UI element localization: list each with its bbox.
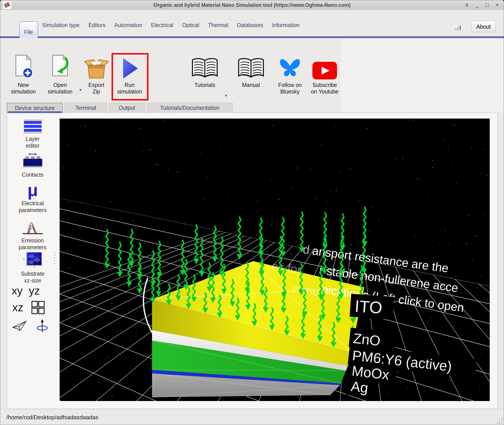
current-path: /home/rod/Desktop/adfsadasdaadas	[6, 414, 98, 421]
butterfly-icon	[279, 58, 301, 80]
paper-plane-icon[interactable]	[12, 320, 27, 332]
menu-tab-automation[interactable]: Automation	[114, 22, 142, 28]
close-button[interactable]: ×	[494, 1, 501, 9]
tab-device-structure[interactable]: Device structure	[7, 103, 63, 113]
signal-bars-icon	[455, 24, 462, 32]
app-window: Organic and hybrid Material Nano Simulat…	[0, 0, 504, 425]
rotate-icon[interactable]	[36, 319, 48, 333]
title-bar[interactable]: Organic and hybrid Material Nano Simulat…	[0, 0, 504, 10]
menu-tab-thermal[interactable]: Thermal	[208, 22, 228, 28]
device-3d-view[interactable]: d ansport resistance are the es for r st…	[60, 119, 490, 401]
youtube-button[interactable]: Subscribe on Youtube	[307, 53, 342, 100]
menu-tab-information[interactable]: Information	[272, 22, 300, 28]
tutorials-label: Tutorials	[194, 82, 215, 88]
emission-parameters-label: Emission parameters	[19, 237, 46, 251]
layers-icon	[23, 120, 43, 133]
shade-button[interactable]: ∧	[463, 1, 470, 9]
export-zip-label: Export Zip	[88, 82, 104, 95]
open-simulation-button[interactable]: Open simulation	[44, 53, 77, 100]
splitter-handle[interactable]	[54, 252, 55, 264]
new-simulation-button[interactable]: New simulation	[7, 53, 40, 100]
bluesky-label: Follow on Bluesky	[278, 82, 302, 95]
bluesky-button[interactable]: Follow on Bluesky	[272, 53, 308, 100]
about-button[interactable]: About	[471, 21, 496, 32]
active-tab-underline	[8, 111, 62, 113]
toolbar: New simulation Open simulation ▾	[0, 42, 504, 101]
manual-button[interactable]: Manual	[234, 53, 267, 100]
sidebar-item-layer-editor[interactable]: Layer editor	[9, 120, 56, 149]
tutorials-dropdown-caret[interactable]: ▾	[225, 93, 227, 98]
label-ag: Ag	[350, 378, 369, 396]
tab-output[interactable]: Output	[109, 103, 145, 113]
substrate-icon: x z	[22, 251, 43, 268]
book-icon	[191, 57, 219, 80]
maximize-button[interactable]: □	[484, 1, 491, 9]
sidebar-item-electrical-parameters[interactable]: μ Electrical parameters	[9, 182, 56, 214]
menu-tab-editors[interactable]: Editors	[88, 22, 106, 28]
new-document-icon	[12, 54, 35, 80]
view-xz-button[interactable]: xz	[12, 301, 23, 314]
menu-tab-electrical[interactable]: Electrical	[151, 22, 173, 28]
menu-tab-optical[interactable]: Optical	[182, 22, 199, 28]
contacts-icon	[21, 153, 44, 169]
menu-accent-bar	[0, 36, 504, 38]
sidebar-item-contacts[interactable]: Contacts	[9, 153, 56, 178]
tab-tutorials-documentation-label: Tutorials/Documentation	[160, 105, 219, 111]
menu-tab-simulation-type[interactable]: Simulation type	[42, 22, 80, 28]
mu-icon: μ	[27, 182, 38, 198]
menu-bar: File Simulation type Editors Automation …	[0, 10, 504, 39]
substrate-xz-size-label: Substrate xz-size	[21, 270, 44, 284]
layer-editor-label: Layer editor	[26, 135, 40, 149]
svg-text:x: x	[23, 257, 25, 261]
contacts-label: Contacts	[22, 171, 44, 178]
run-highlight-frame	[112, 53, 148, 100]
export-zip-button[interactable]: Export Zip	[80, 53, 113, 100]
youtube-icon	[312, 61, 338, 80]
electrical-parameters-label: Electrical parameters	[19, 200, 46, 214]
view-xy-button[interactable]: xy	[12, 285, 23, 297]
view-yz-button[interactable]: yz	[29, 285, 40, 297]
youtube-label: Subscribe on Youtube	[311, 82, 338, 95]
window-title: Organic and hybrid Material Nano Simulat…	[0, 2, 504, 8]
tab-output-label: Output	[119, 105, 135, 111]
tab-device-structure-label: Device structure	[15, 105, 55, 111]
ribbon: File Simulation type Editors Automation …	[0, 10, 504, 102]
manual-label: Manual	[242, 82, 260, 88]
status-bar: /home/rod/Desktop/adfsadasdaadas	[0, 409, 504, 425]
open-simulation-label: Open simulation	[48, 82, 73, 95]
open-document-icon	[49, 54, 72, 80]
menu-tab-file[interactable]: File	[19, 21, 38, 38]
tutorials-button[interactable]: Tutorials	[188, 53, 221, 100]
tab-terminal-label: Terminal	[75, 105, 96, 111]
minimize-button[interactable]: _	[473, 1, 480, 9]
new-simulation-label: New simulation	[11, 82, 36, 95]
export-box-icon	[84, 57, 109, 80]
view-tab-bar: Device structure Terminal Output Tutoria…	[7, 102, 233, 113]
sidebar-item-substrate-xz-size[interactable]: x z Substrate xz-size	[9, 251, 56, 284]
tab-tutorials-documentation[interactable]: Tutorials/Documentation	[147, 103, 233, 113]
book-icon	[237, 57, 265, 80]
menu-tab-databases[interactable]: Databases	[237, 22, 263, 28]
label-ito: ITO	[354, 297, 383, 317]
sidebar-item-emission-parameters[interactable]: Emission parameters	[9, 221, 56, 251]
spectrum-icon	[22, 221, 43, 235]
resize-grip[interactable]	[495, 416, 503, 424]
four-pane-grid-icon[interactable]	[31, 301, 45, 314]
tab-terminal[interactable]: Terminal	[65, 103, 107, 113]
